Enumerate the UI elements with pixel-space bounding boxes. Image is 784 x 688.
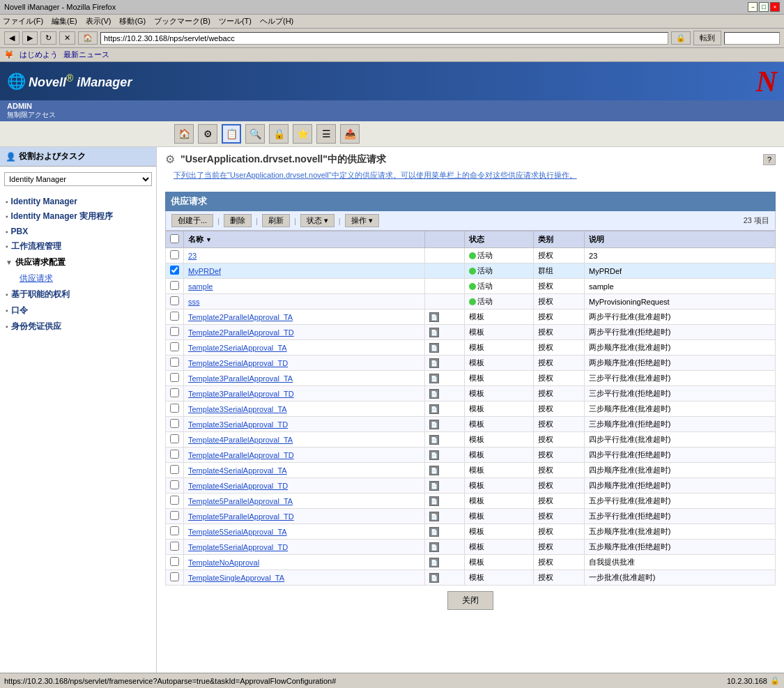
row-name-link[interactable]: 23: [188, 252, 197, 260]
row-checkbox[interactable]: [170, 296, 179, 305]
row-type: 授权: [533, 494, 585, 509]
menu-bookmarks[interactable]: ブックマーク(B): [154, 16, 210, 26]
row-checkbox[interactable]: [170, 465, 179, 474]
row-name-link[interactable]: sss: [188, 298, 200, 306]
star-toolbar-icon[interactable]: ⭐: [293, 124, 312, 144]
back-button[interactable]: ◀: [4, 31, 20, 45]
search-toolbar-icon[interactable]: 🔍: [245, 124, 265, 144]
forward-button[interactable]: ▶: [22, 31, 38, 45]
row-name-link[interactable]: Template4ParallelApproval_TD: [188, 451, 294, 459]
help-button[interactable]: ?: [763, 154, 776, 165]
home-toolbar-icon[interactable]: 🏠: [174, 124, 194, 144]
go-button[interactable]: 転到: [693, 31, 721, 45]
delete-button[interactable]: 删除: [224, 214, 252, 227]
sidebar-item-provisioning-config[interactable]: ▼ 供应请求配置: [0, 254, 156, 270]
row-checkbox[interactable]: [170, 419, 179, 428]
row-checkbox[interactable]: [170, 572, 179, 581]
row-checkbox[interactable]: [170, 404, 179, 413]
reload-button[interactable]: ↻: [40, 31, 56, 45]
row-name-link[interactable]: sample: [188, 282, 213, 291]
row-name-link[interactable]: Template4ParallelApproval_TA: [188, 436, 293, 444]
close-window-button[interactable]: ×: [770, 2, 780, 12]
row-name-link[interactable]: Template2SerialApproval_TD: [188, 359, 288, 367]
menu-tools[interactable]: ツール(T): [219, 16, 252, 26]
sidebar-item-workflow[interactable]: ▪ 工作流程管理: [0, 238, 156, 254]
select-all-checkbox[interactable]: [170, 234, 179, 243]
sidebar-item-identity-manager-jitsuyou[interactable]: ▪ Identity Manager 実用程序: [0, 208, 156, 224]
menu-go[interactable]: 移動(G): [119, 16, 146, 26]
maximize-button[interactable]: □: [759, 2, 769, 12]
stop-button[interactable]: ✕: [59, 31, 75, 45]
active-icon[interactable]: 📋: [222, 124, 241, 144]
sidebar-item-pbx[interactable]: ▪ PBX: [0, 224, 156, 238]
minimize-button[interactable]: －: [748, 2, 758, 12]
list-toolbar-icon[interactable]: ☰: [316, 124, 336, 144]
row-name-link[interactable]: Template2ParallelApproval_TA: [188, 313, 293, 321]
export-toolbar-icon[interactable]: 📤: [340, 124, 360, 144]
row-description: 五步平行批准(批准超时): [585, 494, 776, 509]
row-name-link[interactable]: Template3SerialApproval_TD: [188, 420, 288, 429]
menu-help[interactable]: ヘルプ(H): [260, 16, 293, 26]
row-name-link[interactable]: Template2SerialApproval_TA: [188, 344, 287, 352]
menu-view[interactable]: 表示(V): [86, 16, 112, 26]
search-input[interactable]: [724, 32, 780, 45]
row-checkbox[interactable]: [170, 266, 179, 275]
row-name-link[interactable]: TemplateNoApproval: [188, 558, 259, 567]
row-checkbox[interactable]: [170, 511, 179, 520]
table-row: Template5SerialApproval_TA📄模板授权五步顺序批准(批准…: [166, 524, 776, 540]
row-description: 三步平行批准(批准超时): [585, 371, 776, 386]
row-name-link[interactable]: Template5SerialApproval_TA: [188, 528, 287, 536]
page-title-bar: ⚙ "UserApplication.drvset.novell"中的供应请求 …: [165, 153, 776, 166]
row-checkbox[interactable]: [170, 480, 179, 489]
row-name-link[interactable]: TemplateSingleApproval_TA: [188, 574, 284, 582]
lock-toolbar-icon[interactable]: 🔒: [269, 124, 289, 144]
sidebar-item-commands[interactable]: ▪ 口令: [0, 303, 156, 319]
row-checkbox[interactable]: [170, 434, 179, 443]
menu-file[interactable]: ファイル(F): [3, 16, 43, 26]
menu-edit[interactable]: 編集(E): [52, 16, 77, 26]
sidebar-item-label: Identity Manager: [11, 197, 77, 206]
sidebar-dropdown[interactable]: Identity Manager: [4, 172, 152, 186]
sidebar-item-identity-manager[interactable]: ▪ Identity Manager: [0, 194, 156, 208]
sidebar-item-identity-cert[interactable]: ▪ 身份凭证供应: [0, 319, 156, 335]
sidebar-item-provisioning-requests[interactable]: 供应请求: [0, 270, 156, 286]
row-checkbox[interactable]: [170, 542, 179, 551]
row-name-link[interactable]: Template3ParallelApproval_TD: [188, 390, 294, 398]
status-button[interactable]: 状态 ▾: [300, 214, 335, 227]
row-checkbox[interactable]: [170, 312, 179, 321]
row-checkbox[interactable]: [170, 327, 179, 336]
address-bar[interactable]: [100, 32, 668, 45]
row-type-icon: 📄: [425, 325, 465, 340]
table-row: Template5ParallelApproval_TD📄模板授权五步平行批准(…: [166, 509, 776, 524]
row-name-link[interactable]: Template5ParallelApproval_TA: [188, 497, 293, 505]
bookmark-start[interactable]: はじめよう: [20, 49, 58, 60]
home-button[interactable]: 🏠: [78, 31, 98, 45]
row-checkbox[interactable]: [170, 342, 179, 351]
configure-icon[interactable]: ⚙: [198, 124, 217, 144]
row-checkbox[interactable]: [170, 526, 179, 535]
row-checkbox[interactable]: [170, 358, 179, 367]
row-status: 模板: [464, 356, 533, 371]
row-name-link[interactable]: Template2ParallelApproval_TD: [188, 328, 294, 337]
row-name-link[interactable]: MyPRDef: [188, 267, 221, 275]
sidebar-item-label: Identity Manager 実用程序: [11, 211, 114, 222]
row-checkbox[interactable]: [170, 450, 179, 459]
row-checkbox[interactable]: [170, 250, 179, 259]
row-checkbox[interactable]: [170, 388, 179, 397]
bookmark-news[interactable]: 最新ニュース: [63, 49, 109, 60]
actions-button[interactable]: 操作 ▾: [345, 214, 379, 227]
row-name-link[interactable]: Template4SerialApproval_TD: [188, 482, 288, 490]
row-checkbox[interactable]: [170, 373, 179, 382]
row-name-link[interactable]: Template3SerialApproval_TA: [188, 405, 287, 413]
row-name-link[interactable]: Template3ParallelApproval_TA: [188, 374, 293, 383]
row-checkbox[interactable]: [170, 557, 179, 566]
row-checkbox[interactable]: [170, 281, 179, 290]
row-name-link[interactable]: Template5SerialApproval_TD: [188, 543, 288, 551]
refresh-button[interactable]: 刷新: [262, 214, 290, 227]
close-button[interactable]: 关闭: [447, 591, 493, 610]
row-name-link[interactable]: Template4SerialApproval_TA: [188, 466, 287, 475]
sidebar-item-role-permissions[interactable]: ▪ 基于职能的权利: [0, 286, 156, 303]
row-name-link[interactable]: Template5ParallelApproval_TD: [188, 512, 294, 521]
row-checkbox[interactable]: [170, 496, 179, 505]
create-button[interactable]: 创建于...: [171, 214, 213, 227]
